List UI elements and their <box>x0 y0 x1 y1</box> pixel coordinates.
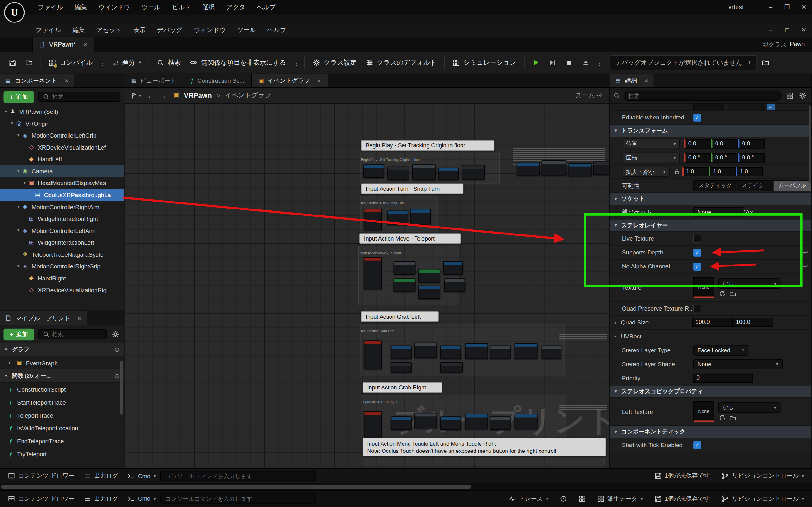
add-blueprint-item-button[interactable]: +追加 <box>3 328 34 340</box>
tree-item-MotionControllerRightGrip[interactable]: ▾◈MotionControllerRightGrip <box>0 260 124 272</box>
bookmark-icon[interactable]: ▾ <box>130 91 142 100</box>
menu-item-ツール[interactable]: ツール <box>231 23 262 37</box>
menu-item-デバッグ[interactable]: デバッグ <box>151 23 188 37</box>
unreal-logo[interactable]: U <box>4 2 25 23</box>
tree-item-TeleportTraceNiagaraSyste[interactable]: ❖TeleportTraceNiagaraSyste <box>0 248 124 261</box>
details-tab[interactable]: 詳細 ✕ <box>610 74 654 87</box>
scale-x-field[interactable]: 1.0 <box>682 167 709 176</box>
graph-node[interactable] <box>391 346 412 359</box>
expander-icon[interactable]: ▾ <box>9 121 15 126</box>
rotation-dropdown[interactable]: 回転▾ <box>622 153 680 163</box>
find-button[interactable]: 検索 <box>153 55 186 71</box>
my-blueprint-scrollbar[interactable] <box>120 360 123 415</box>
add-graph-icon[interactable]: ⊕ <box>114 346 119 353</box>
details-close-icon[interactable]: ✕ <box>644 78 649 83</box>
graph-node[interactable] <box>438 168 459 180</box>
graph-node[interactable] <box>418 285 440 299</box>
graph-node[interactable] <box>465 414 488 429</box>
location-y-field[interactable]: 0.0 <box>711 139 738 148</box>
graph-node[interactable] <box>490 416 510 430</box>
stereo-layer-shape-dropdown[interactable]: None▾ <box>693 359 782 370</box>
blueprint-item-ConstructionScript[interactable]: ƒConstructionScript <box>0 383 124 396</box>
maximize-icon[interactable]: ❐ <box>779 3 796 11</box>
comment-node[interactable]: Input Action Move - Teleport <box>359 233 461 244</box>
revision-control-button[interactable]: リビジョンコントロール▾ <box>717 469 809 482</box>
graph-node[interactable] <box>387 210 408 225</box>
expander-icon[interactable]: ▸ <box>615 334 621 339</box>
graph-node[interactable] <box>515 343 538 359</box>
expander-icon[interactable]: ▾ <box>15 264 21 269</box>
expander-icon[interactable]: ▸ <box>7 360 13 365</box>
components-close-icon[interactable]: ✕ <box>64 78 69 83</box>
browse-asset-button[interactable] <box>20 55 37 70</box>
console-command-field[interactable] <box>165 472 311 479</box>
graph-node[interactable] <box>364 340 382 369</box>
unsaved-button[interactable]: 1個が未保存です <box>650 493 715 505</box>
my-blueprint-close-icon[interactable]: ✕ <box>78 315 82 321</box>
blueprint-item-EventGraph[interactable]: ▸▣EventGraph <box>0 356 124 370</box>
mobility-movable-button[interactable]: ムーバブル <box>774 181 811 191</box>
section-socket[interactable]: ▼ ソケット <box>610 193 812 205</box>
expander-icon[interactable]: ▾ <box>15 133 21 138</box>
tree-item-WidgetInteractionRight[interactable]: ⊞WidgetInteractionRight <box>0 213 124 225</box>
expander-icon[interactable]: ▾ <box>3 109 9 114</box>
forward-arrow-icon[interactable]: → <box>159 91 167 100</box>
tree-item-MotionControllerRightAim[interactable]: ▾◈MotionControllerRightAim <box>0 201 124 213</box>
graph-node[interactable] <box>410 209 431 225</box>
expander-icon[interactable]: ▸ <box>615 320 621 325</box>
my-blueprint-tab[interactable]: マイブループリント ✕ <box>0 312 87 325</box>
play-button[interactable] <box>528 55 544 70</box>
add-function-icon[interactable]: ⊕ <box>114 372 119 380</box>
tree-item-MotionControllerLeftGrip[interactable]: ▾◈MotionControllerLeftGrip <box>0 129 124 141</box>
texture-browse-icon[interactable] <box>729 291 736 297</box>
location-x-field[interactable]: 0.0 <box>684 139 711 148</box>
graph-node[interactable] <box>465 343 488 359</box>
hide-unrelated-options-icon[interactable]: ⋮ <box>291 59 302 66</box>
horizontal-scrollbar-thumb[interactable] <box>1 485 471 489</box>
stereo-layer-type-dropdown[interactable]: Face Locked▾ <box>693 345 748 355</box>
quad-size-y-field[interactable]: 100.0 <box>733 318 773 327</box>
menu-item-ビルド[interactable]: ビルド <box>166 1 197 14</box>
derived-data-button[interactable]: 派生データ▾ <box>593 493 648 505</box>
snapshot-icon[interactable] <box>574 493 590 504</box>
priority-field[interactable]: 0 <box>693 374 753 383</box>
components-search-field[interactable] <box>52 94 115 100</box>
tree-item-XRDeviceVisualizationLef[interactable]: ◇XRDeviceVisualizationLef <box>0 141 124 153</box>
close-icon[interactable]: ✕ <box>796 3 812 11</box>
menu-item-編集[interactable]: 編集 <box>67 23 91 37</box>
tab-construction-script[interactable]: ƒ Construction Sc... <box>184 74 252 87</box>
content-drawer-button[interactable]: コンテンツ ドロワー <box>3 469 79 482</box>
add-component-button[interactable]: +追加 <box>3 91 34 103</box>
components-panel-tab[interactable]: ▤ コンポーネント ✕ <box>0 74 74 87</box>
content-drawer-button[interactable]: コンテンツ ドロワー <box>3 493 79 505</box>
debug-browse-icon[interactable] <box>757 55 773 70</box>
graph-node[interactable] <box>414 413 437 429</box>
tree-item-OculusXRPassthroughLa[interactable]: ▤OculusXRPassthroughLa <box>0 189 124 201</box>
supports-depth-checkbox[interactable] <box>693 248 701 256</box>
comment-node[interactable]: Input Action Turn - Snap Turn <box>361 184 463 194</box>
mobility-static-button[interactable]: スタティック <box>694 181 737 191</box>
debug-object-dropdown[interactable]: デバッグオブジェクトが選択されていません▾ <box>609 55 757 70</box>
left-texture-thumbnail[interactable]: None <box>693 401 714 422</box>
play-options-icon[interactable]: ⋮ <box>594 59 605 66</box>
tree-item-VROrigin[interactable]: ▾◎VROrigin <box>0 118 124 130</box>
graph-node[interactable] <box>364 411 382 440</box>
editable-when-inherited-checkbox[interactable] <box>693 113 701 121</box>
expander-icon[interactable]: ▾ <box>22 181 28 185</box>
blueprint-item-TeleportTrace[interactable]: ƒTeleportTrace <box>0 409 124 422</box>
mobility-stationary-button[interactable]: ステイシ... <box>737 181 774 191</box>
graph-node[interactable] <box>364 209 382 230</box>
graph-node[interactable] <box>440 346 461 359</box>
graph-node[interactable] <box>412 164 436 180</box>
rotation-z-field[interactable]: 0.0 ° <box>738 153 765 162</box>
texture-thumbnail[interactable]: None <box>693 277 714 297</box>
menu-item-アセット[interactable]: アセット <box>91 23 128 37</box>
insights-icon[interactable] <box>555 493 571 504</box>
blueprint-item-StartTeleportTrace[interactable]: ƒStartTeleportTrace <box>0 396 124 409</box>
menu-item-ファイル[interactable]: ファイル <box>30 23 67 37</box>
details-search-field[interactable] <box>628 92 777 99</box>
class-settings-button[interactable]: クラス設定 <box>308 55 361 71</box>
menu-item-アクタ[interactable]: アクタ <box>220 1 251 14</box>
quad-size-x-field[interactable]: 100.0 <box>693 318 733 327</box>
live-texture-checkbox[interactable] <box>693 234 701 242</box>
